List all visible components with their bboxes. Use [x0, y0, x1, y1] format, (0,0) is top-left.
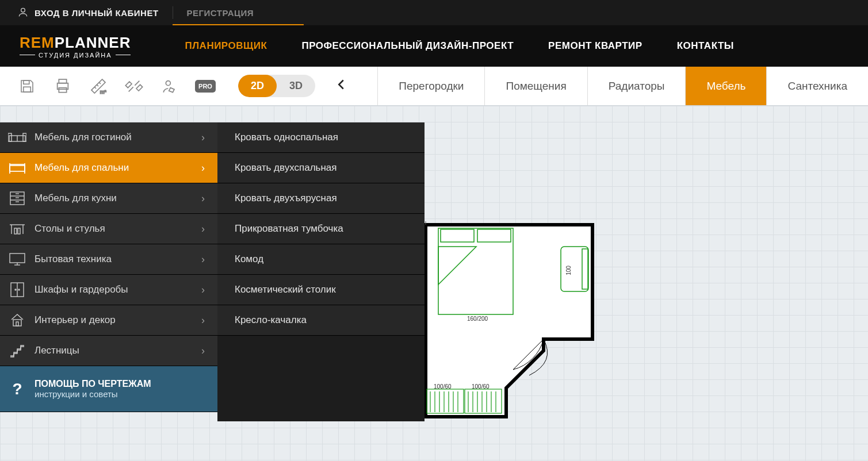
- svg-rect-5: [59, 87, 66, 92]
- furniture-submenu: Кровать односпальная Кровать двухспальна…: [217, 122, 425, 421]
- register-label: РЕГИСТРАЦИЯ: [187, 8, 254, 18]
- logo-prefix: REM: [20, 34, 55, 51]
- svg-point-7: [166, 80, 170, 85]
- logo-suffix: PLANNER: [55, 34, 131, 51]
- nav-item-repair[interactable]: РЕМОНТ КВАРТИР: [548, 40, 643, 52]
- category-stairs[interactable]: Лестницы ›: [0, 336, 217, 366]
- floorplan[interactable]: 160/200 100 100/60 100/60: [414, 221, 604, 425]
- category-label: Мебель для гостиной: [35, 132, 189, 143]
- tab-plumbing[interactable]: Сантехника: [766, 67, 868, 105]
- category-label: Интерьер и декор: [35, 314, 189, 326]
- print-icon[interactable]: [53, 76, 72, 96]
- category-label: Бытовая техника: [35, 253, 189, 265]
- svg-rect-58: [16, 322, 18, 326]
- house-icon: [0, 313, 35, 328]
- svg-rect-48: [14, 228, 17, 234]
- wardrobe2-dimension: 100/60: [472, 383, 490, 390]
- submenu-dresser[interactable]: Комод: [217, 244, 425, 275]
- prev-arrow[interactable]: [327, 79, 355, 93]
- svg-rect-57: [13, 320, 21, 326]
- user-icon: [17, 6, 29, 20]
- closet-icon: [0, 282, 35, 298]
- register-link[interactable]: РЕГИСТРАЦИЯ: [187, 8, 254, 18]
- category-label: Мебель для спальни: [35, 162, 189, 174]
- save-icon[interactable]: [17, 76, 37, 96]
- question-icon: ?: [0, 380, 35, 398]
- main-nav: REMPLANNER СТУДИЯ ДИЗАЙНА ПЛАНИРОВЩИК ПР…: [0, 25, 868, 67]
- submenu-nightstand[interactable]: Прикроватная тумбочка: [217, 214, 425, 244]
- submenu-single-bed[interactable]: Кровать односпальная: [217, 122, 425, 153]
- category-label: Лестницы: [35, 345, 189, 356]
- svg-rect-33: [23, 133, 26, 141]
- svg-point-55: [15, 289, 16, 290]
- category-label: Столы и стулья: [35, 223, 189, 235]
- tools-icon[interactable]: [124, 76, 144, 96]
- toolbar: m² PRO 2D 3D Перегородки Помещения Радиа…: [0, 67, 868, 106]
- category-label: Мебель для кухни: [35, 193, 189, 204]
- monitor-icon: [0, 252, 35, 266]
- logo-tagline: СТУДИЯ ДИЗАЙНА: [20, 52, 131, 59]
- help-subtitle: инструкции и советы: [35, 389, 151, 399]
- tool-icons: m² PRO: [0, 76, 232, 96]
- svg-text:m²: m²: [100, 89, 106, 95]
- category-tabs: Перегородки Помещения Радиаторы Мебель С…: [377, 67, 868, 105]
- category-appliances[interactable]: Бытовая техника ›: [0, 244, 217, 275]
- wardrobe1-dimension: 100/60: [434, 383, 452, 390]
- category-wardrobes[interactable]: Шкафы и гардеробы ›: [0, 275, 217, 305]
- chevron-right-icon: ›: [189, 162, 217, 174]
- svg-rect-1: [24, 80, 29, 84]
- 2d-button[interactable]: 2D: [238, 75, 277, 97]
- svg-rect-50: [10, 253, 25, 263]
- nav-item-planner[interactable]: ПЛАНИРОВЩИК: [185, 40, 267, 52]
- chevron-right-icon: ›: [189, 253, 217, 266]
- help-title: ПОМОЩЬ ПО ЧЕРТЕЖАМ: [35, 379, 151, 389]
- chevron-right-icon: ›: [189, 314, 217, 326]
- svg-rect-32: [8, 133, 12, 141]
- pro-badge-text: PRO: [195, 80, 216, 93]
- register-underline: [173, 24, 304, 25]
- submenu-double-bed[interactable]: Кровать двухспальная: [217, 153, 425, 183]
- help-drawings[interactable]: ? ПОМОЩЬ ПО ЧЕРТЕЖАМ инструкции и советы: [0, 366, 217, 412]
- chevron-right-icon: ›: [189, 284, 217, 296]
- sofa-icon: [0, 131, 35, 144]
- nav-item-design[interactable]: ПРОФЕССИОНАЛЬНЫЙ ДИЗАЙН-ПРОЕКТ: [301, 40, 514, 52]
- submenu-vanity[interactable]: Косметический столик: [217, 275, 425, 305]
- 3d-button[interactable]: 3D: [277, 75, 315, 97]
- tab-furniture[interactable]: Мебель: [685, 67, 766, 105]
- auth-bar: ВХОД В ЛИЧНЫЙ КАБИНЕТ РЕГИСТРАЦИЯ: [0, 0, 868, 25]
- pro-badge[interactable]: PRO: [196, 76, 215, 96]
- drawer-icon: [0, 191, 35, 206]
- bed-icon: [0, 161, 35, 175]
- tab-radiators[interactable]: Радиаторы: [587, 67, 686, 105]
- svg-point-0: [21, 8, 25, 12]
- category-kitchen[interactable]: Мебель для кухни ›: [0, 183, 217, 214]
- chevron-right-icon: ›: [189, 345, 217, 357]
- svg-rect-49: [18, 228, 20, 234]
- expert-icon[interactable]: [160, 76, 179, 96]
- furniture-categories: Мебель для гостиной › Мебель для спальни…: [0, 122, 217, 421]
- login-label: ВХОД В ЛИЧНЫЙ КАБИНЕТ: [35, 8, 159, 18]
- svg-rect-4: [59, 79, 66, 83]
- tab-rooms[interactable]: Помещения: [484, 67, 587, 105]
- category-decor[interactable]: Интерьер и декор ›: [0, 305, 217, 336]
- sofa-dimension: 100: [565, 266, 572, 275]
- stairs-icon: [0, 343, 35, 358]
- submenu-rocking-chair[interactable]: Кресло-качалка: [217, 305, 425, 336]
- svg-point-56: [18, 289, 20, 290]
- logo[interactable]: REMPLANNER СТУДИЯ ДИЗАЙНА: [0, 34, 150, 59]
- chevron-right-icon: ›: [189, 223, 217, 235]
- submenu-bunk-bed[interactable]: Кровать двухъярусная: [217, 183, 425, 214]
- divider: [173, 6, 173, 19]
- table-icon: [0, 222, 35, 235]
- category-living-room[interactable]: Мебель для гостиной ›: [0, 122, 217, 153]
- nav-items: ПЛАНИРОВЩИК ПРОФЕССИОНАЛЬНЫЙ ДИЗАЙН-ПРОЕ…: [185, 40, 734, 52]
- furniture-menu: Мебель для гостиной › Мебель для спальни…: [0, 122, 425, 421]
- measure-icon[interactable]: m²: [89, 76, 108, 96]
- nav-item-contacts[interactable]: КОНТАКТЫ: [677, 40, 734, 52]
- category-tables[interactable]: Столы и стулья ›: [0, 214, 217, 244]
- tab-walls[interactable]: Перегородки: [377, 67, 484, 105]
- svg-rect-35: [10, 166, 25, 171]
- svg-rect-2: [24, 87, 31, 92]
- login-link[interactable]: ВХОД В ЛИЧНЫЙ КАБИНЕТ: [17, 6, 159, 20]
- category-bedroom[interactable]: Мебель для спальни ›: [0, 153, 217, 183]
